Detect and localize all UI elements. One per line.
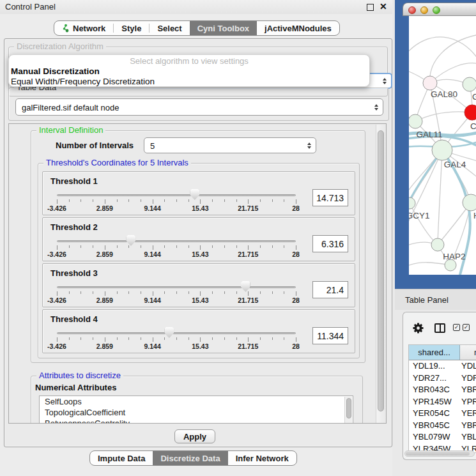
network-node-gal11[interactable] [409,114,422,128]
slider-track[interactable] [57,194,296,196]
table-row[interactable]: YBL079WYBL0 [409,431,476,443]
cell-name[interactable]: YPR1 [460,396,476,408]
threshold-value-field[interactable]: 11.344 [312,327,348,344]
node-table: shared... n YDL19...YDL1YDR27...YDR2YBR0… [408,344,476,453]
network-node-gcy1[interactable] [409,197,415,209]
interval-definition-group: Interval Definition Number of Intervals … [31,130,365,363]
close-icon[interactable]: ✕ [380,1,387,12]
dropdown-option-manual-discretization[interactable]: Manual Discretization [9,66,369,77]
control-panel-titlebar: Control Panel ✕ [0,0,392,14]
cell-name[interactable]: YBL0 [460,431,476,443]
apply-button[interactable]: Apply [174,429,215,443]
threshold-value-field[interactable]: 21.4 [312,281,348,298]
numerical-attributes-label: Numerical Attributes [35,383,116,392]
slider-tick-label: 9.144 [144,296,160,304]
slider-tick-label: -3.426 [47,296,66,304]
tab-network[interactable]: Network [54,21,113,35]
cell-shared-name[interactable]: YDR27... [409,372,460,385]
slider-track[interactable] [57,332,296,334]
number-of-intervals-combobox[interactable]: 5 [144,137,316,153]
slider-tick-label: 15.43 [192,250,208,258]
attribute-list-item[interactable]: SelfLoops [40,396,353,407]
slider-tick-label: -3.426 [47,250,66,258]
tab-infer-network[interactable]: Infer Network [228,451,296,465]
slider-thumb[interactable] [241,281,250,292]
checkbox-icon[interactable]: ✓ [453,324,460,331]
cell-name[interactable]: YDR2 [460,372,476,385]
slider-tick-label: 28 [292,250,300,258]
tab-discretize-data[interactable]: Discretize Data [153,451,227,465]
cyni-mode-tabs: Impute Data Discretize Data Infer Networ… [89,450,297,466]
window-minimize-light-icon[interactable] [420,6,428,14]
threshold-label: Threshold 2 [50,222,355,232]
attributes-list-scrollbar[interactable] [344,397,352,424]
table-row[interactable]: YER054CYER0 [409,408,476,420]
float-window-icon[interactable] [367,4,374,11]
cell-shared-name[interactable]: YER054C [409,408,460,420]
cell-shared-name[interactable]: YBR045C [409,420,460,432]
scrollbar-thumb[interactable] [406,452,470,456]
cell-shared-name[interactable]: YDL19... [409,360,460,372]
threshold-value-field[interactable]: 6.316 [312,235,348,252]
table-row[interactable]: YDL19...YDL1 [409,360,476,372]
cell-name[interactable]: YBR0 [460,420,476,432]
network-node-gal80[interactable] [423,76,437,90]
numerical-attributes-list[interactable]: SelfLoopsTopologicalCoefficientBetweenne… [39,395,353,424]
column-header-name[interactable]: n [460,345,476,360]
threshold-label: Threshold 4 [50,314,355,324]
cell-name[interactable]: YDL1 [460,360,476,372]
threshold-value-field[interactable]: 14.713 [312,189,348,206]
window-zoom-light-icon[interactable] [433,6,440,14]
tab-cyni-toolbox[interactable]: Cyni Toolbox [190,21,257,35]
table-data-combobox[interactable]: galFiltered.sif default node [15,98,383,116]
table-row[interactable]: YPR145WYPR1 [409,396,476,408]
settings-vertical-scrollbar[interactable] [376,125,385,424]
control-panel-tabs: Network Style Select Cyni Toolbox jActiv… [54,20,340,36]
slider-thumb[interactable] [164,327,174,338]
slider-track[interactable] [57,240,296,242]
checkbox-icon[interactable]: ✓ [463,324,470,331]
columns-layout-icon[interactable] [434,323,445,333]
tab-jactivemnodules[interactable]: jActiveMNodules [257,21,339,35]
network-node-top_right[interactable] [463,77,476,91]
cell-shared-name[interactable]: YBR043C [409,384,460,396]
slider-track[interactable] [57,286,296,288]
scrollbar-thumb[interactable] [378,130,384,411]
column-header-shared-name[interactable]: shared... [409,345,460,360]
window-close-light-icon[interactable] [408,6,416,14]
tab-select[interactable]: Select [150,21,189,35]
table-row[interactable]: YBR045CYBR0 [409,420,476,432]
slider-thumb[interactable] [126,235,135,246]
table-row[interactable]: YDR27...YDR2 [409,372,476,385]
attribute-list-item[interactable]: TopologicalCoefficient [40,407,353,418]
cell-shared-name[interactable]: YPR145W [409,396,460,408]
thresholds-coordinates-label: Threshold's Coordinates for 5 Intervals [43,158,191,167]
tab-style[interactable]: Style [114,21,149,35]
cell-name[interactable]: YER0 [460,408,476,420]
table-data-value: galFiltered.sif default node [22,102,119,112]
attribute-list-item[interactable]: BetweennessCentrality [40,418,353,424]
slider-tick-label: 15.43 [192,342,208,350]
network-window-titlebar[interactable] [403,3,476,16]
dropdown-option-equal-width[interactable]: Equal Width/Frequency Discretization [9,77,369,87]
threshold-slider[interactable]: -3.4262.8599.14415.4321.71528 [57,325,296,351]
table-row[interactable]: YBR043CYBR0 [409,384,476,396]
table-panel-title: Table Panel [405,295,449,305]
tab-impute-data[interactable]: Impute Data [90,451,153,465]
cell-shared-name[interactable]: YBL079W [409,431,460,443]
table-horizontal-scrollbar[interactable] [404,450,475,457]
table-panel-toolbar: ✓ ✓ [403,319,476,341]
interval-definition-label: Interval Definition [36,125,105,135]
network-view-canvas[interactable]: GAL80GCGAL11GAL4GCY1HHAP2 [409,16,476,275]
threshold-slider[interactable]: -3.4262.8599.14415.4321.71528 [57,233,296,259]
table-data-group: Table Data galFiltered.sif default node [8,88,389,121]
network-node-gal4[interactable] [432,140,452,160]
threshold-slider[interactable]: -3.4262.8599.14415.4321.71528 [57,279,296,305]
slider-tick-label: 2.859 [96,250,113,258]
slider-thumb[interactable] [190,189,199,200]
network-node-hap2[interactable] [431,238,444,251]
cell-name[interactable]: YBR0 [460,384,476,396]
gear-icon[interactable] [412,322,424,337]
network-node-h_node[interactable] [463,194,476,211]
threshold-slider[interactable]: -3.4262.8599.14415.4321.71528 [57,187,296,213]
